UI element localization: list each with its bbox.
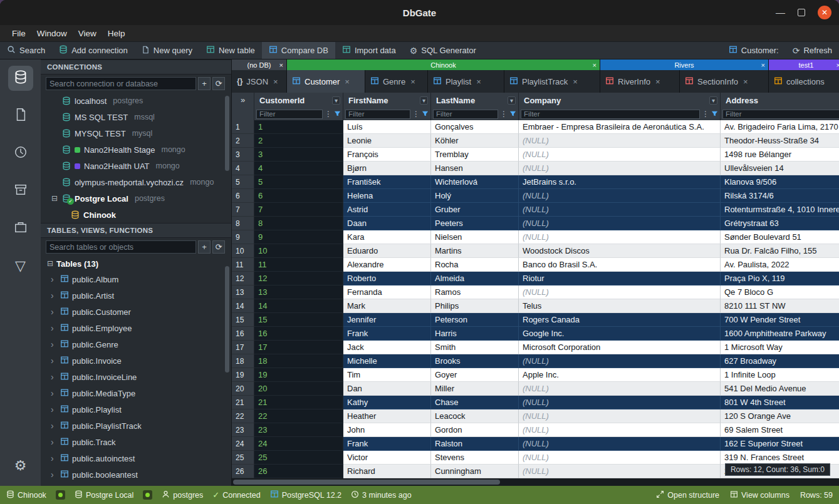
db-group-no-db[interactable]: (no DB)× [232,59,287,70]
status-item[interactable] [56,490,65,500]
cell-firstname[interactable]: Richard [343,465,431,478]
table-row[interactable]: 77AstridGruber(NULL)Rotenturmstraße 4, 1… [232,203,839,217]
cell-address[interactable]: 1498 rue Bélanger [721,148,839,162]
cell-firstname[interactable]: Tim [343,368,431,382]
cell-firstname[interactable]: Michelle [343,354,431,368]
connection-mysql-test[interactable]: MYSQL TESTmysql [41,125,231,141]
toolbar-add-connection-button[interactable]: Add connection [52,42,135,59]
chevron-right-icon[interactable]: › [51,470,57,480]
maximize-button[interactable] [798,9,805,16]
table-row[interactable]: 99KaraNielsen(NULL)Sønder Boulevard 51 [232,230,839,244]
table-row[interactable]: 44BjørnHansen(NULL)Ullevålsveien 14 [232,162,839,175]
tab-customer[interactable]: Customer× [287,70,365,93]
tab-riverinfo[interactable]: RiverInfo× [600,70,680,93]
sidebar-scrollbar[interactable] [225,266,229,373]
row-number[interactable]: 23 [232,423,254,437]
cell-company[interactable]: (NULL) [519,354,721,368]
row-number[interactable]: 11 [232,258,254,272]
table-row[interactable]: 88DaanPeeters(NULL)Grétrystraat 63 [232,217,839,230]
cell-address[interactable]: Grétrystraat 63 [721,217,839,230]
cell-customerid[interactable]: 21 [254,396,343,409]
table-row[interactable]: 1717JackSmithMicrosoft Corporation1 Micr… [232,341,839,354]
cell-lastname[interactable]: Cunningham [431,465,519,478]
table-row[interactable]: 22LeonieKöhler(NULL)Theodor-Heuss-Straße… [232,134,839,148]
close-button[interactable]: ✕ [818,6,831,19]
cell-customerid[interactable]: 3 [254,148,343,162]
row-number[interactable]: 17 [232,341,254,354]
cell-address[interactable]: Av. Paulista, 2022 [721,258,839,272]
cell-firstname[interactable]: Jack [343,341,431,354]
cell-customerid[interactable]: 22 [254,409,343,423]
toolbar-sql-generator-button[interactable]: ⚙SQL Generator [403,42,483,59]
column-dropdown-icon[interactable]: ▾ [709,96,717,105]
cell-company[interactable]: (NULL) [519,217,721,230]
chevron-right-icon[interactable]: › [51,421,57,431]
cell-address[interactable]: Rilská 3174/6 [721,189,839,203]
cell-firstname[interactable]: Alexandre [343,258,431,272]
cell-customerid[interactable]: 25 [254,451,343,465]
cell-company[interactable]: (NULL) [519,451,721,465]
filter-menu-icon[interactable]: ⋮ [702,110,709,118]
connection-olympus-medportal-vychozi-cz[interactable]: olympus-medportal.vychozi.czmongo [41,174,231,190]
cell-company[interactable]: (NULL) [519,382,721,396]
connection-postgre-local[interactable]: ⊟✓Postgre Localpostgres [41,190,231,207]
filter-funnel-icon[interactable] [711,108,718,120]
row-number[interactable]: 15 [232,313,254,327]
cell-lastname[interactable]: Tremblay [431,148,519,162]
row-number[interactable]: 14 [232,299,254,313]
status-item-postgresql-12-2[interactable]: PostgreSQL 12.2 [270,490,341,500]
chevron-right-icon[interactable]: › [51,437,57,447]
column-dropdown-icon[interactable]: ▾ [332,96,340,105]
row-number[interactable]: 1 [232,120,254,134]
nav-connections-button[interactable] [8,66,33,91]
cell-lastname[interactable]: Martins [431,244,519,258]
sidebar-scrollbar[interactable] [225,96,229,171]
table-row[interactable]: 1010EduardoMartinsWoodstock DiscosRua Dr… [232,244,839,258]
row-number[interactable]: 8 [232,217,254,230]
toolbar-refresh-button[interactable]: ⟳Refresh [786,42,839,59]
cell-lastname[interactable]: Ralston [431,437,519,451]
cell-customerid[interactable]: 5 [254,175,343,189]
row-number[interactable]: 21 [232,396,254,409]
cell-firstname[interactable]: Astrid [343,203,431,217]
cell-customerid[interactable]: 23 [254,423,343,437]
table-row[interactable]: 2424FrankRalston(NULL)162 E Superior Str… [232,437,839,451]
chevron-right-icon[interactable]: › [51,372,57,382]
nav-plugins-button[interactable] [8,216,33,241]
table-row[interactable]: 1414MarkPhilipsTelus8210 111 ST NW [232,299,839,313]
cell-address[interactable]: 627 Broadway [721,354,839,368]
cell-lastname[interactable]: Holý [431,189,519,203]
cell-address[interactable]: 162 E Superior Street [721,437,839,451]
cell-company[interactable]: Embraer - Empresa Brasileira de Aeronáut… [519,120,721,134]
filter-funnel-icon[interactable] [334,108,341,120]
db-group-test1[interactable]: test1× [769,59,839,70]
close-icon[interactable]: × [345,77,350,86]
connections-search-input[interactable] [46,77,196,90]
row-number[interactable]: 24 [232,437,254,451]
close-icon[interactable]: × [655,77,660,86]
menu-window[interactable]: Window [31,29,73,38]
scrollbar-thumb[interactable] [233,480,500,485]
row-number[interactable]: 18 [232,354,254,368]
row-number[interactable]: 2 [232,134,254,148]
cell-firstname[interactable]: Heather [343,409,431,423]
expand-columns-icon[interactable]: » [232,93,254,108]
collapse-icon[interactable]: ⊟ [51,194,58,203]
toolbar-import-data-button[interactable]: Import data [335,42,403,59]
table-row[interactable]: 66HelenaHolý(NULL)Rilská 3174/6 [232,189,839,203]
tab-json[interactable]: {}JSON× [232,70,287,93]
cell-company[interactable]: Banco do Brasil S.A. [519,258,721,272]
cell-address[interactable]: 801 W 4th Street [721,396,839,409]
cell-firstname[interactable]: John [343,423,431,437]
connection-ms-sql-test[interactable]: MS SQL TESTmssql [41,109,231,125]
cell-lastname[interactable]: Goyer [431,368,519,382]
filter-funnel-icon[interactable] [422,108,429,120]
table-row[interactable]: 2222HeatherLeacock(NULL)120 S Orange Ave [232,409,839,423]
cell-address[interactable]: 700 W Pender Street [721,313,839,327]
status-item-view-columns[interactable]: View columns [730,490,789,500]
tables-search-input[interactable] [46,240,196,254]
cell-address[interactable]: 1 Infinite Loop [721,368,839,382]
cell-firstname[interactable]: Eduardo [343,244,431,258]
cell-lastname[interactable]: Smith [431,341,519,354]
chevron-right-icon[interactable]: › [51,291,57,301]
